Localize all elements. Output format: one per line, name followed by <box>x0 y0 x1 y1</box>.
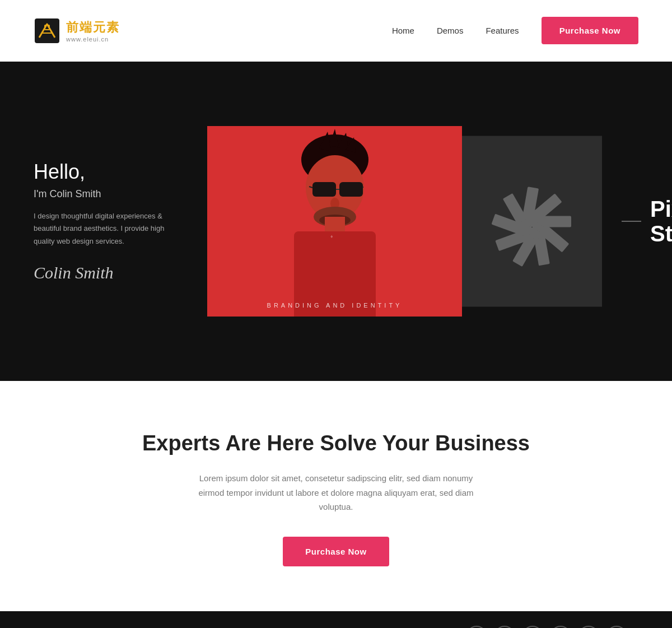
main-nav: Home Demos Features Purchase Now <box>392 17 638 44</box>
pixflow-text-area: Pixflow Studio <box>622 197 672 246</box>
social-icons <box>466 626 627 629</box>
hero-section: Hello, I'm Colin Smith I design thoughtf… <box>0 62 672 381</box>
logo-cn-text: 前端元素 <box>66 19 120 36</box>
purchase-now-button-header[interactable]: Purchase Now <box>542 17 638 44</box>
social-twitter[interactable] <box>494 626 515 629</box>
hero-signature: Colin Smith <box>34 263 185 282</box>
social-instagram[interactable] <box>550 626 571 629</box>
svg-rect-0 <box>35 18 59 43</box>
card-branding-label: BRANDING AND IDENTITY <box>207 302 462 309</box>
svg-text:♦: ♦ <box>330 234 333 239</box>
social-pinterest[interactable] <box>606 626 627 629</box>
experts-section: Experts Are Here Solve Your Business Lor… <box>0 381 672 611</box>
experts-description: Lorem ipsum dolor sit amet, consetetur s… <box>190 471 482 514</box>
svg-rect-16 <box>325 217 345 234</box>
purchase-now-button-main[interactable]: Purchase Now <box>283 537 389 566</box>
social-google[interactable] <box>522 626 543 629</box>
hero-description: I design thoughtful digital experiences … <box>34 210 185 247</box>
header: 前端元素 www.eleui.cn Home Demos Features Pu… <box>0 0 672 62</box>
pixflow-title: Pixflow Studio <box>650 197 672 246</box>
nav-demos[interactable]: Demos <box>437 26 464 35</box>
experts-title: Experts Are Here Solve Your Business <box>34 431 638 455</box>
pixflow-line1: Pixflow <box>650 197 672 221</box>
nav-home[interactable]: Home <box>392 26 414 35</box>
windmill-decoration <box>487 176 577 266</box>
hero-left-panel: Hello, I'm Colin Smith I design thoughtf… <box>0 127 207 315</box>
svg-rect-9 <box>339 182 363 197</box>
nav-features[interactable]: Features <box>486 26 519 35</box>
hero-hello: Hello, <box>34 160 185 184</box>
pixflow-line2: Studio <box>650 221 672 246</box>
hero-content: Hello, I'm Colin Smith I design thoughtf… <box>0 62 672 381</box>
hero-dark-card <box>462 136 602 307</box>
logo-url-text: www.eleui.cn <box>66 36 120 43</box>
logo-icon <box>34 17 60 44</box>
social-linkedin[interactable] <box>578 626 599 629</box>
footer: eleui.cn 前端元素- Copyright©2021-至今 沪ICP备20… <box>0 611 672 629</box>
logo: 前端元素 www.eleui.cn <box>34 17 120 44</box>
logo-text: 前端元素 www.eleui.cn <box>66 19 120 43</box>
hero-red-card: ♦ BRANDING AND IDENTITY <box>207 126 462 317</box>
social-facebook[interactable] <box>466 626 487 629</box>
svg-rect-8 <box>312 182 336 197</box>
hero-person-image: ♦ <box>207 126 462 317</box>
hero-cards-area: ♦ BRANDING AND IDENTITY <box>207 62 672 381</box>
pixflow-dash <box>622 221 641 222</box>
hero-name: I'm Colin Smith <box>34 188 185 200</box>
